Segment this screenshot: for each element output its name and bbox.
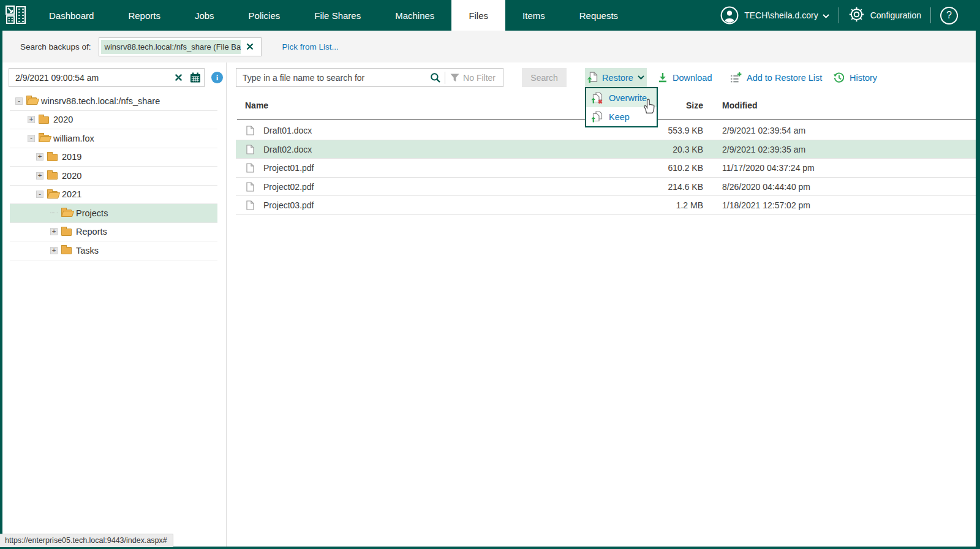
folder-icon <box>39 116 49 124</box>
add-to-restore-list-label: Add to Restore List <box>747 73 822 83</box>
filter-icon[interactable] <box>450 74 459 82</box>
tree-item-projects[interactable]: Projects <box>10 204 217 223</box>
tree-item-label: 2020 <box>53 115 73 124</box>
tree-expand-icon[interactable]: + <box>36 153 43 161</box>
column-header-modified[interactable]: Modified <box>722 100 758 110</box>
file-name: Project01.pdf <box>263 163 314 173</box>
gear-icon <box>848 6 865 25</box>
file-table-body: Draft01.docx 553.9 KB 2/9/2021 02:39:54 … <box>236 121 976 215</box>
tree-item-2020[interactable]: + 2020 <box>10 111 217 130</box>
pick-from-list-link[interactable]: Pick from List... <box>282 42 339 51</box>
tab-requests[interactable]: Requests <box>562 0 635 31</box>
tree-expand-icon[interactable]: + <box>36 172 43 180</box>
tree-collapse-icon[interactable]: - <box>36 191 43 198</box>
info-icon[interactable]: i <box>211 72 223 83</box>
download-button[interactable]: Download <box>658 68 712 87</box>
calendar-icon <box>190 72 201 83</box>
chevron-down-icon <box>823 10 829 21</box>
tab-items[interactable]: Items <box>505 0 562 31</box>
tree-item-william-fox[interactable]: - william.fox <box>10 129 217 148</box>
table-row[interactable]: Project03.pdf 1.2 MB 1/18/2021 12:57:02 … <box>236 196 976 215</box>
table-row-selected[interactable]: Draft02.docx 20.3 KB 2/9/2021 02:39:35 a… <box>236 140 976 159</box>
tree-item-reports[interactable]: + Reports <box>10 223 217 242</box>
app-logo[interactable] <box>0 0 32 31</box>
no-filter-label[interactable]: No Filter <box>463 73 496 83</box>
folder-icon <box>61 247 72 254</box>
configuration-label: Configuration <box>870 10 921 20</box>
tree-item-2021[interactable]: - 2021 <box>10 186 217 205</box>
file-browser-panel: No Filter Search Restore Download <box>227 62 976 547</box>
tree-item-label: Projects <box>76 208 108 218</box>
help-button[interactable]: ? <box>940 7 958 25</box>
mouse-cursor-icon <box>642 98 656 116</box>
folder-icon <box>47 172 58 180</box>
tree-collapse-icon[interactable]: - <box>28 135 35 142</box>
tab-file-shares[interactable]: File Shares <box>297 0 378 31</box>
tab-machines[interactable]: Machines <box>378 0 451 31</box>
history-label: History <box>850 73 877 83</box>
enterprise-manager-logo-icon <box>5 4 27 26</box>
tab-reports[interactable]: Reports <box>111 0 178 31</box>
keep-icon <box>591 111 603 123</box>
tree-item-root[interactable]: - winsrv88.tech.local:/nfs_share <box>10 92 217 111</box>
file-name: Project03.pdf <box>263 200 314 210</box>
tab-policies[interactable]: Policies <box>232 0 298 31</box>
chevron-down-icon <box>638 75 644 80</box>
restore-point-input[interactable] <box>9 73 170 83</box>
folder-open-icon <box>39 135 49 142</box>
restore-point-picker[interactable] <box>9 68 205 87</box>
file-icon <box>246 163 254 173</box>
folder-open-icon <box>61 210 72 217</box>
file-icon <box>246 182 254 192</box>
nav-right-cluster: TECH\sheila.d.cory Configuration ? <box>720 0 980 31</box>
tree-item-tasks[interactable]: + Tasks <box>10 241 217 260</box>
file-icon <box>246 126 254 135</box>
search-divider <box>445 72 445 84</box>
tree-expand-icon[interactable]: + <box>50 228 58 235</box>
calendar-button[interactable] <box>187 72 204 83</box>
tree-expand-icon[interactable]: + <box>28 116 35 123</box>
column-header-name[interactable]: Name <box>245 100 268 110</box>
file-search-input[interactable] <box>236 73 430 83</box>
tree-item-label: winsrv88.tech.local:/nfs_share <box>41 96 160 106</box>
help-label: ? <box>946 10 952 21</box>
add-to-restore-list-button[interactable]: Add to Restore List <box>730 68 822 87</box>
restore-label: Restore <box>602 73 633 83</box>
clear-date-button[interactable] <box>170 74 187 81</box>
overwrite-icon <box>591 92 603 104</box>
search-button[interactable]: Search <box>522 68 567 87</box>
folder-open-icon <box>26 97 37 105</box>
status-url: https://enterprise05.tech.local:9443/ind… <box>5 536 167 545</box>
tree-item-2019[interactable]: + 2019 <box>10 148 217 167</box>
tree-expand-icon[interactable]: + <box>50 247 58 254</box>
table-row[interactable]: Project02.pdf 214.6 KB 8/26/2020 04:44:4… <box>236 178 976 197</box>
file-icon <box>246 200 254 210</box>
file-modified: 1/18/2021 12:57:02 pm <box>722 200 810 210</box>
tab-dashboard[interactable]: Dashboard <box>32 0 111 31</box>
tree-item-label: 2021 <box>62 189 81 199</box>
backup-scope-input[interactable]: winsrv88.tech.local:/nfs_share (File Ba <box>99 37 262 56</box>
download-icon <box>658 72 668 83</box>
folder-open-icon <box>47 191 58 199</box>
file-name: Draft02.docx <box>263 145 312 154</box>
history-icon <box>834 72 845 83</box>
tab-files[interactable]: Files <box>451 0 505 31</box>
clear-scope-button[interactable] <box>241 40 259 54</box>
history-button[interactable]: History <box>834 68 877 87</box>
search-icon <box>430 72 441 83</box>
tree-item-2020-sub[interactable]: + 2020 <box>10 167 217 186</box>
table-row[interactable]: Project01.pdf 610.2 KB 11/17/2020 04:37:… <box>236 159 976 178</box>
tree-item-label: 2019 <box>62 152 81 162</box>
tree-collapse-icon[interactable]: - <box>15 97 23 105</box>
user-menu[interactable]: TECH\sheila.d.cory <box>720 6 829 25</box>
restore-button[interactable]: Restore <box>585 68 647 87</box>
menu-item-label: Keep <box>609 112 630 122</box>
user-name: TECH\sheila.d.cory <box>744 10 818 20</box>
tab-jobs[interactable]: Jobs <box>178 0 232 31</box>
tree-connector <box>50 213 58 213</box>
configuration-button[interactable]: Configuration <box>848 6 921 25</box>
file-search-box[interactable]: No Filter <box>236 68 503 87</box>
file-size: 20.3 KB <box>591 145 703 154</box>
top-navigation: Dashboard Reports Jobs Policies File Sha… <box>0 0 980 31</box>
add-to-list-icon <box>730 72 742 83</box>
